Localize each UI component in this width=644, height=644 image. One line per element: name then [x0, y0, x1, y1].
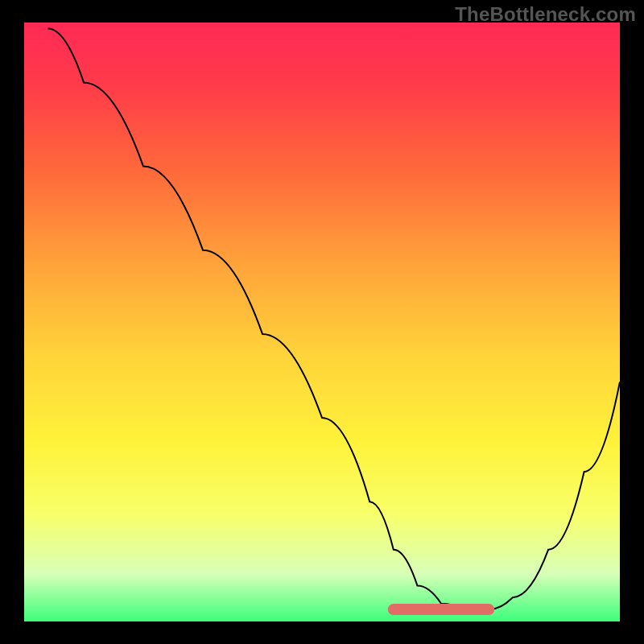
chart-svg — [24, 23, 620, 621]
bottleneck-curve — [48, 28, 620, 609]
plot-area — [24, 23, 620, 621]
chart-frame: TheBottleneck.com — [0, 0, 644, 644]
